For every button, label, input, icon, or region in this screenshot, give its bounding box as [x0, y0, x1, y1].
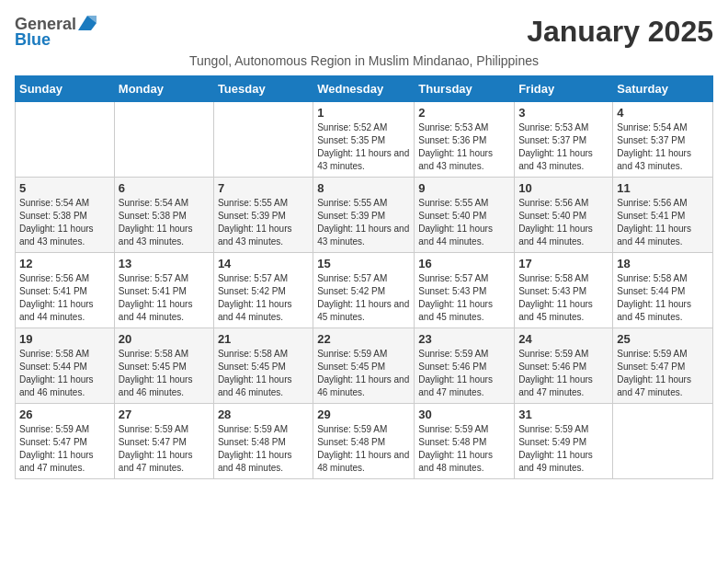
day-number: 19	[19, 332, 110, 346]
day-info: Sunrise: 5:59 AMSunset: 5:49 PMDaylight:…	[518, 423, 609, 475]
calendar-day-22: 22Sunrise: 5:59 AMSunset: 5:45 PMDayligh…	[313, 328, 415, 404]
weekday-header-saturday: Saturday	[613, 76, 713, 102]
day-number: 16	[418, 257, 510, 270]
day-info: Sunrise: 5:54 AMSunset: 5:38 PMDaylight:…	[19, 197, 110, 248]
day-info: Sunrise: 5:55 AMSunset: 5:39 PMDaylight:…	[218, 197, 309, 248]
day-number: 10	[518, 181, 609, 195]
logo-blue-text: Blue	[15, 30, 51, 50]
day-number: 26	[19, 408, 110, 421]
day-number: 18	[617, 257, 709, 270]
weekday-header-wednesday: Wednesday	[313, 76, 415, 102]
day-number: 22	[317, 332, 410, 346]
calendar-day-13: 13Sunrise: 5:57 AMSunset: 5:41 PMDayligh…	[114, 253, 213, 328]
calendar-day-18: 18Sunrise: 5:58 AMSunset: 5:44 PMDayligh…	[613, 253, 713, 328]
calendar-day-3: 3Sunrise: 5:53 AMSunset: 5:37 PMDaylight…	[515, 102, 613, 178]
calendar-subtitle: Tungol, Autonomous Region in Muslim Mind…	[15, 53, 713, 68]
day-info: Sunrise: 5:57 AMSunset: 5:41 PMDaylight:…	[119, 272, 210, 324]
day-number: 6	[119, 181, 210, 195]
day-number: 2	[418, 106, 510, 120]
day-info: Sunrise: 5:56 AMSunset: 5:41 PMDaylight:…	[617, 197, 709, 248]
calendar-day-25: 25Sunrise: 5:59 AMSunset: 5:47 PMDayligh…	[613, 328, 713, 404]
weekday-header-friday: Friday	[515, 76, 613, 102]
day-number: 30	[418, 408, 510, 421]
day-info: Sunrise: 5:59 AMSunset: 5:47 PMDaylight:…	[617, 348, 709, 399]
day-number: 3	[518, 106, 609, 120]
day-number: 1	[317, 106, 410, 120]
calendar-day-10: 10Sunrise: 5:56 AMSunset: 5:40 PMDayligh…	[515, 178, 613, 253]
calendar-day-29: 29Sunrise: 5:59 AMSunset: 5:48 PMDayligh…	[313, 404, 415, 479]
calendar-day-5: 5Sunrise: 5:54 AMSunset: 5:38 PMDaylight…	[16, 178, 115, 253]
calendar-day-19: 19Sunrise: 5:58 AMSunset: 5:44 PMDayligh…	[16, 328, 115, 404]
day-number: 28	[218, 408, 309, 421]
day-number: 12	[19, 257, 110, 270]
calendar-week-row: 19Sunrise: 5:58 AMSunset: 5:44 PMDayligh…	[16, 328, 713, 404]
calendar-day-4: 4Sunrise: 5:54 AMSunset: 5:37 PMDaylight…	[613, 102, 713, 178]
day-number: 7	[218, 181, 309, 195]
weekday-header-monday: Monday	[114, 76, 213, 102]
calendar-day-8: 8Sunrise: 5:55 AMSunset: 5:39 PMDaylight…	[313, 178, 415, 253]
day-number: 29	[317, 408, 410, 421]
day-info: Sunrise: 5:59 AMSunset: 5:47 PMDaylight:…	[19, 423, 110, 475]
day-info: Sunrise: 5:59 AMSunset: 5:46 PMDaylight:…	[418, 348, 510, 399]
day-info: Sunrise: 5:59 AMSunset: 5:46 PMDaylight:…	[518, 348, 609, 399]
day-number: 11	[617, 181, 709, 195]
day-number: 5	[19, 181, 110, 195]
calendar-week-row: 5Sunrise: 5:54 AMSunset: 5:38 PMDaylight…	[16, 178, 713, 253]
weekday-header-sunday: Sunday	[16, 76, 115, 102]
day-number: 21	[218, 332, 309, 346]
calendar-day-26: 26Sunrise: 5:59 AMSunset: 5:47 PMDayligh…	[16, 404, 115, 479]
calendar-day-16: 16Sunrise: 5:57 AMSunset: 5:43 PMDayligh…	[415, 253, 515, 328]
calendar-week-row: 12Sunrise: 5:56 AMSunset: 5:41 PMDayligh…	[16, 253, 713, 328]
day-number: 15	[317, 257, 410, 270]
calendar-day-9: 9Sunrise: 5:55 AMSunset: 5:40 PMDaylight…	[415, 178, 515, 253]
day-info: Sunrise: 5:58 AMSunset: 5:45 PMDaylight:…	[218, 348, 309, 399]
calendar-week-row: 26Sunrise: 5:59 AMSunset: 5:47 PMDayligh…	[16, 404, 713, 479]
calendar-day-24: 24Sunrise: 5:59 AMSunset: 5:46 PMDayligh…	[515, 328, 613, 404]
calendar-day-31: 31Sunrise: 5:59 AMSunset: 5:49 PMDayligh…	[515, 404, 613, 479]
day-info: Sunrise: 5:52 AMSunset: 5:35 PMDaylight:…	[317, 121, 410, 173]
day-number: 23	[418, 332, 510, 346]
day-info: Sunrise: 5:58 AMSunset: 5:45 PMDaylight:…	[119, 348, 210, 399]
day-info: Sunrise: 5:59 AMSunset: 5:47 PMDaylight:…	[119, 423, 210, 475]
calendar-empty-cell	[114, 102, 213, 178]
day-info: Sunrise: 5:57 AMSunset: 5:43 PMDaylight:…	[418, 272, 510, 324]
day-info: Sunrise: 5:54 AMSunset: 5:37 PMDaylight:…	[617, 121, 709, 173]
calendar-day-21: 21Sunrise: 5:58 AMSunset: 5:45 PMDayligh…	[213, 328, 313, 404]
calendar-day-20: 20Sunrise: 5:58 AMSunset: 5:45 PMDayligh…	[114, 328, 213, 404]
day-info: Sunrise: 5:53 AMSunset: 5:37 PMDaylight:…	[518, 121, 609, 173]
page-header: General Blue January 2025	[15, 15, 713, 50]
calendar-week-row: 1Sunrise: 5:52 AMSunset: 5:35 PMDaylight…	[16, 102, 713, 178]
day-number: 13	[119, 257, 210, 270]
day-number: 24	[518, 332, 609, 346]
day-info: Sunrise: 5:58 AMSunset: 5:43 PMDaylight:…	[518, 272, 609, 324]
day-info: Sunrise: 5:58 AMSunset: 5:44 PMDaylight:…	[617, 272, 709, 324]
day-info: Sunrise: 5:58 AMSunset: 5:44 PMDaylight:…	[19, 348, 110, 399]
calendar-day-30: 30Sunrise: 5:59 AMSunset: 5:48 PMDayligh…	[415, 404, 515, 479]
day-number: 9	[418, 181, 510, 195]
calendar-day-11: 11Sunrise: 5:56 AMSunset: 5:41 PMDayligh…	[613, 178, 713, 253]
month-title: January 2025	[527, 15, 713, 49]
calendar-day-7: 7Sunrise: 5:55 AMSunset: 5:39 PMDaylight…	[213, 178, 313, 253]
weekday-header-row: SundayMondayTuesdayWednesdayThursdayFrid…	[16, 76, 713, 102]
calendar-day-23: 23Sunrise: 5:59 AMSunset: 5:46 PMDayligh…	[415, 328, 515, 404]
day-info: Sunrise: 5:54 AMSunset: 5:38 PMDaylight:…	[119, 197, 210, 248]
calendar-day-17: 17Sunrise: 5:58 AMSunset: 5:43 PMDayligh…	[515, 253, 613, 328]
calendar-day-27: 27Sunrise: 5:59 AMSunset: 5:47 PMDayligh…	[114, 404, 213, 479]
logo-icon	[78, 16, 97, 30]
logo: General Blue	[15, 15, 97, 50]
day-info: Sunrise: 5:59 AMSunset: 5:45 PMDaylight:…	[317, 348, 410, 399]
calendar-day-15: 15Sunrise: 5:57 AMSunset: 5:42 PMDayligh…	[313, 253, 415, 328]
calendar-empty-cell	[613, 404, 713, 479]
calendar-day-28: 28Sunrise: 5:59 AMSunset: 5:48 PMDayligh…	[213, 404, 313, 479]
calendar-empty-cell	[16, 102, 115, 178]
calendar-day-12: 12Sunrise: 5:56 AMSunset: 5:41 PMDayligh…	[16, 253, 115, 328]
day-info: Sunrise: 5:56 AMSunset: 5:41 PMDaylight:…	[19, 272, 110, 324]
calendar-table: SundayMondayTuesdayWednesdayThursdayFrid…	[15, 75, 713, 479]
day-number: 4	[617, 106, 709, 120]
weekday-header-thursday: Thursday	[415, 76, 515, 102]
day-number: 31	[518, 408, 609, 421]
day-info: Sunrise: 5:59 AMSunset: 5:48 PMDaylight:…	[418, 423, 510, 475]
calendar-day-6: 6Sunrise: 5:54 AMSunset: 5:38 PMDaylight…	[114, 178, 213, 253]
day-info: Sunrise: 5:53 AMSunset: 5:36 PMDaylight:…	[418, 121, 510, 173]
day-number: 25	[617, 332, 709, 346]
